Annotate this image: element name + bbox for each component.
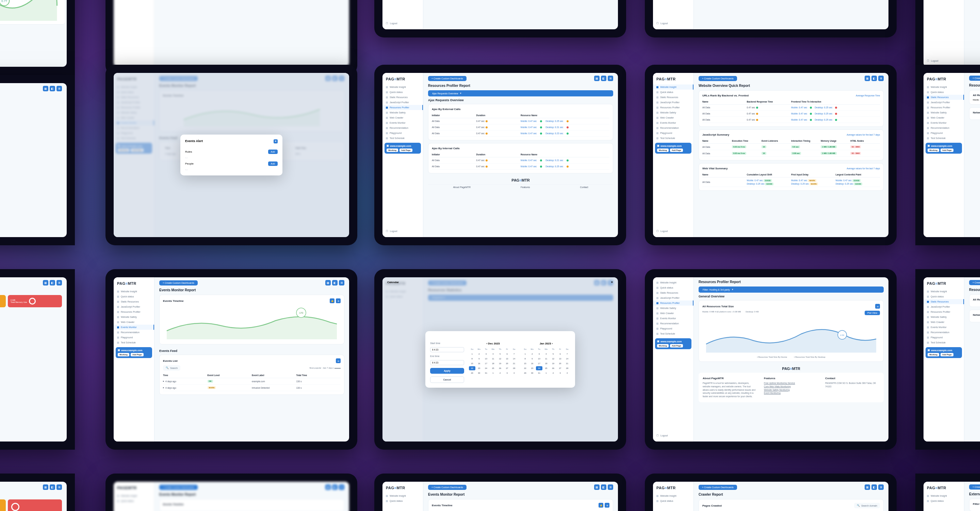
calendar-day[interactable]: 11 [490,357,496,361]
calendar-day[interactable]: 26 [497,366,503,370]
close-icon[interactable]: ✕ [274,139,278,144]
calendar-day[interactable]: 13 [504,357,511,361]
expand-icon[interactable]: ⊞ [608,76,613,81]
calendar-day[interactable]: 22 [469,366,476,370]
calendar-day[interactable]: 19 [550,361,556,366]
calendar-day[interactable]: 3 [504,371,511,375]
bell-icon[interactable]: 🔔 [330,299,334,303]
nav-events-monitor[interactable]: Events Monitor [382,120,423,125]
calendar-day[interactable]: 10 [536,357,542,361]
cancel-button[interactable]: Cancel [430,377,464,383]
calendar-day[interactable]: 29 [469,371,476,375]
calendar-day[interactable]: 3 [536,352,542,356]
calendar-day[interactable]: 23 [529,366,536,370]
calendar-day[interactable]: 30 [529,371,536,375]
start-date-input[interactable]: 8 4 23 [430,347,464,352]
calendar-day[interactable]: 25 [490,366,496,370]
settings-icon[interactable]: ⚙ [336,299,340,303]
calendar-day[interactable]: 2 [550,371,556,375]
filter-dropdown[interactable]: Ajax Requests Overview ▾ [428,90,613,96]
add-person-button[interactable]: Add [268,161,278,166]
calendar-day[interactable]: 9 [529,357,536,361]
calendar-day[interactable]: 4 [564,371,570,375]
calendar-day[interactable]: 12 [550,357,556,361]
end-date-input[interactable]: 8 4 23 [430,360,464,365]
calendar-day[interactable]: 10 [483,357,489,361]
nav-test-schedule[interactable]: Test Schedule [382,136,423,141]
calendar-day[interactable]: 1 [522,352,528,356]
calendar-day[interactable]: 30 [476,371,482,375]
calendar-day[interactable]: 21 [564,361,570,366]
logout[interactable]: ▢ Logout [653,20,694,27]
calendar-day[interactable]: 24 [536,366,542,370]
search-input[interactable]: 🔍 Search [163,365,180,370]
expand-icon[interactable]: ⊞ [336,358,340,363]
calendar-day[interactable]: 21 [511,361,517,366]
nav-web-crawler[interactable]: Web Crawler [382,115,423,120]
logout[interactable]: ▢ Logout [382,20,423,27]
calendar-day[interactable]: 1 [543,371,550,375]
calendar-day[interactable]: 13 [557,357,563,361]
calendar-day[interactable]: 23 [476,366,482,370]
calendar-day[interactable]: 15 [522,361,528,366]
calendar-day[interactable]: 8 [469,357,476,361]
calendar-day[interactable]: 1 [469,352,476,356]
nav-quick-status[interactable]: Quick status [382,89,423,95]
table-row[interactable]: ▸ 4 days agoOKexample.com130 s [163,378,340,385]
nav-website-insight[interactable]: Website Insight [382,85,423,89]
calendar-day[interactable]: 6 [557,352,563,356]
next-month-icon[interactable]: › [552,342,553,345]
calendar-day[interactable]: 27 [557,366,563,370]
calendar-day[interactable]: 8 [522,357,528,361]
calendar-day[interactable]: 31 [536,371,542,375]
calendar-day[interactable]: 12 [497,357,503,361]
calendar-day[interactable]: 9 [476,357,482,361]
calendar-day[interactable]: 2 [497,371,503,375]
calendar-day[interactable]: 28 [511,366,517,370]
calendar-day[interactable]: 7 [564,352,570,356]
calendar-day[interactable]: 14 [564,357,570,361]
calendar-day[interactable]: 5 [497,352,503,356]
calendar-day[interactable]: 4 [490,352,496,356]
layout-icon[interactable]: ◧ [601,76,606,81]
apply-button[interactable]: Apply [430,368,464,374]
table-row[interactable]: ▸ 4 days agoWARNIntrusive Detected130 s [163,385,340,391]
calendar-day[interactable]: 26 [550,366,556,370]
calendar-day[interactable]: 24 [483,366,489,370]
working-button[interactable]: Working [387,149,398,152]
create-dashboard-button[interactable]: + Create Custom Dashboards [428,76,466,81]
calendar-day[interactable]: 20 [557,361,563,366]
calendar-day[interactable]: 1 [490,371,496,375]
nav-website-insight[interactable]: Website Insight [653,85,694,89]
add-rule-button[interactable]: Add [268,150,278,154]
calendar-day[interactable]: 5 [550,352,556,356]
add-page-button[interactable]: Add Page [399,149,412,152]
nav-resources-profiler[interactable]: Resources Profiler [382,105,423,110]
calendar-day[interactable]: 7 [511,352,517,356]
calendar-day[interactable]: 4 [543,352,550,356]
nav-playground[interactable]: Playground [382,131,423,136]
calendar-day[interactable]: 18 [490,361,496,366]
calendar-day[interactable]: 18 [543,361,550,366]
nav-static-resources[interactable]: Static Resources [382,95,423,100]
calendar-day[interactable]: 31 [483,371,489,375]
nav-website-safety[interactable]: Website Safety [382,110,423,115]
calendar-day[interactable]: 29 [522,371,528,375]
filter-dropdown[interactable]: Filter: Hosting & 3rd-party ▾ [698,286,884,293]
prev-month-icon[interactable]: ‹ [486,342,487,345]
calendar-day[interactable]: 3 [483,352,489,356]
calendar-day[interactable]: 3 [557,371,563,375]
calendar-day[interactable]: 6 [504,352,511,356]
site-selector[interactable]: ▣ www.example.comWorkingAdd Page [385,143,421,153]
logout-button[interactable]: ▢ Logout [382,228,423,235]
grid-icon[interactable]: ▦ [594,76,600,81]
calendar-day[interactable]: 17 [483,361,489,366]
calendar-day[interactable]: 17 [536,361,542,366]
calendar-day[interactable]: 2 [476,352,482,356]
calendar-day[interactable]: 4 [511,371,517,375]
nav-recommendation[interactable]: Recommendation [382,125,423,131]
calendar-day[interactable]: 19 [497,361,503,366]
calendar-day[interactable]: 15 [469,361,476,366]
nav-js-profiler[interactable]: JavaScript Profiler [382,100,423,105]
calendar-day[interactable]: 28 [564,366,570,370]
